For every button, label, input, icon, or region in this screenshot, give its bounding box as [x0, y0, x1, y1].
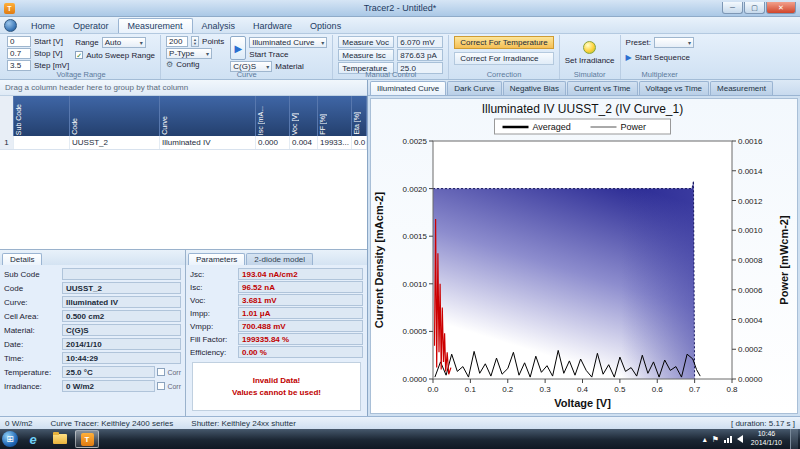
table-row[interactable]: 1 UUSST_2 Illuminated IV 0.000 0.004 199… [0, 136, 367, 150]
group-label-multiplexer: Multiplexer [621, 70, 699, 79]
tab-analysis[interactable]: Analysis [193, 19, 245, 33]
start-trace-label: Start Trace [249, 50, 327, 59]
column-header-sub-code[interactable]: Sub Code [14, 96, 70, 136]
param-label: Fill Factor: [190, 335, 236, 344]
tab-dark-curve[interactable]: Dark Curve [447, 81, 501, 95]
corr-label: Corr [167, 383, 181, 390]
points-label: Points [202, 37, 224, 46]
cell-type-select[interactable]: P-Type▾ [166, 48, 212, 59]
vmpp-value: 700.488 mV [238, 320, 363, 332]
grid-group-hint[interactable]: Drag a column header here to group by th… [0, 80, 367, 96]
svg-text:Power [mWcm-2]: Power [mWcm-2] [778, 215, 790, 305]
svg-text:0.0: 0.0 [427, 385, 439, 394]
field-label: Curve: [4, 298, 60, 307]
temperature-corr-checkbox[interactable] [157, 368, 165, 376]
chart-tab-strip: Illuminated Curve Dark Curve Negative Bi… [368, 80, 800, 96]
minimize-button[interactable]: ─ [722, 2, 743, 14]
gear-icon: ⚙ [166, 60, 173, 69]
ribbon: 0 Start [V] 0.7 Stop [V] 3.5 Step [mV] R… [0, 34, 800, 80]
start-sequence-button[interactable]: Start Sequence [635, 53, 690, 62]
taskbar-tracer2-icon[interactable]: T [75, 430, 99, 448]
set-irradiance-button[interactable]: Set Irradiance [565, 36, 615, 69]
column-header-voc[interactable]: Voc [V] [290, 96, 318, 136]
svg-text:0.0020: 0.0020 [403, 185, 428, 194]
ribbon-group-voltage-range: 0 Start [V] 0.7 Stop [V] 3.5 Step [mV] R… [2, 35, 161, 79]
column-header-eta[interactable]: Eta [%] [352, 96, 367, 136]
param-label: Vmpp: [190, 322, 236, 331]
tab-home[interactable]: Home [22, 19, 64, 33]
flag-icon[interactable]: ⚑ [712, 435, 719, 444]
svg-text:0.0006: 0.0006 [738, 286, 763, 295]
measure-isc-button[interactable]: Measure Isc [338, 49, 394, 61]
set-irradiance-label: Set Irradiance [565, 56, 615, 65]
tab-measurement[interactable]: Measurement [710, 81, 773, 95]
voc-value: 3.681 mV [238, 294, 363, 306]
cell-eta: 0.0 [352, 136, 367, 149]
window-title: Tracer2 - Untitled* [0, 3, 800, 13]
start-trace-button[interactable]: ▶ [230, 36, 246, 60]
svg-text:0.0015: 0.0015 [403, 232, 428, 241]
iv-chart: 0.00.10.20.30.40.50.60.70.80.00000.00050… [370, 98, 798, 414]
tab-voltage-vs-time[interactable]: Voltage vs Time [639, 81, 709, 95]
hidden-icons-button[interactable]: ▴ [703, 435, 707, 444]
svg-text:0.5: 0.5 [614, 385, 626, 394]
correct-for-temperature-button[interactable]: Correct For Temperature [454, 36, 553, 49]
ribbon-group-curve: 200 ▲▼ Points P-Type▾ ⚙ Config ▶ Illumin… [161, 35, 333, 79]
config-button[interactable]: Config [176, 60, 199, 69]
start-voltage-input[interactable]: 0 [7, 36, 31, 47]
irradiance-corr-checkbox[interactable] [157, 382, 165, 390]
svg-text:0.8: 0.8 [726, 385, 738, 394]
range-select[interactable]: Auto▾ [102, 37, 146, 48]
lamp-icon [583, 41, 596, 54]
close-button[interactable]: ✕ [766, 2, 796, 14]
column-header-code[interactable]: Code [70, 96, 160, 136]
tab-details[interactable]: Details [2, 253, 42, 265]
maximize-button[interactable]: ▢ [744, 2, 765, 14]
start-voltage-label: Start [V] [34, 37, 63, 46]
cell-area-value: 0.500 cm2 [62, 310, 181, 322]
corr-label: Corr [167, 369, 181, 376]
tab-hardware[interactable]: Hardware [244, 19, 301, 33]
stop-voltage-input[interactable]: 0.7 [7, 48, 31, 59]
points-spinner[interactable]: ▲▼ [191, 36, 199, 47]
ribbon-group-simulator: Set Irradiance Simulator [560, 35, 621, 79]
auto-sweep-checkbox[interactable]: ✓ [75, 51, 83, 59]
status-irradiance: 0 W/m2 [5, 419, 33, 428]
tab-illuminated-curve[interactable]: Illuminated Curve [370, 81, 446, 95]
step-voltage-label: Step [mV] [34, 61, 69, 70]
taskbar-clock[interactable]: 10:46 2014/1/10 [748, 430, 785, 448]
param-label: Voc: [190, 296, 236, 305]
status-curve-tracer: Curve Tracer: Keithley 2400 series [51, 419, 174, 428]
svg-text:0.2: 0.2 [502, 385, 514, 394]
show-desktop-button[interactable] [790, 429, 798, 449]
measure-voc-button[interactable]: Measure Voc [338, 36, 394, 48]
tab-current-vs-time[interactable]: Current vs Time [567, 81, 637, 95]
tab-2-diode-model[interactable]: 2-diode model [246, 253, 313, 265]
correct-for-irradiance-button[interactable]: Correct For Irradiance [454, 52, 553, 65]
points-input[interactable]: 200 [166, 36, 188, 47]
column-header-curve[interactable]: Curve [160, 96, 256, 136]
taskbar-explorer-icon[interactable] [48, 430, 72, 448]
start-button[interactable]: ⊞ [2, 431, 18, 447]
tab-options[interactable]: Options [301, 19, 350, 33]
status-duration: [ duration: 5.17 s ] [731, 419, 795, 428]
grid-header: Sub Code Code Curve Isc [mA... Voc [V] F… [0, 96, 367, 136]
column-header-ff[interactable]: FF [%] [318, 96, 352, 136]
preset-select[interactable]: ▾ [654, 37, 694, 48]
jsc-value: 193.04 nA/cm2 [238, 268, 363, 280]
tab-measurement[interactable]: Measurement [118, 18, 193, 33]
network-icon[interactable] [724, 436, 732, 443]
tab-operator[interactable]: Operator [64, 19, 118, 33]
group-label-correction: Correction [449, 70, 558, 79]
taskbar-ie-icon[interactable]: e [21, 430, 45, 448]
tab-negative-bias[interactable]: Negative Bias [503, 81, 566, 95]
svg-text:0.0016: 0.0016 [738, 137, 763, 146]
volume-icon[interactable] [737, 435, 743, 443]
group-label-voltage-range: Voltage Range [2, 70, 160, 79]
column-header-isc[interactable]: Isc [mA... [256, 96, 290, 136]
curve-type-select[interactable]: Illuminated Curve▾ [249, 37, 327, 48]
tab-parameters[interactable]: Parameters [188, 253, 245, 265]
param-label: Impp: [190, 309, 236, 318]
svg-text:0.0012: 0.0012 [738, 197, 763, 206]
app-menu-button[interactable] [4, 19, 17, 32]
